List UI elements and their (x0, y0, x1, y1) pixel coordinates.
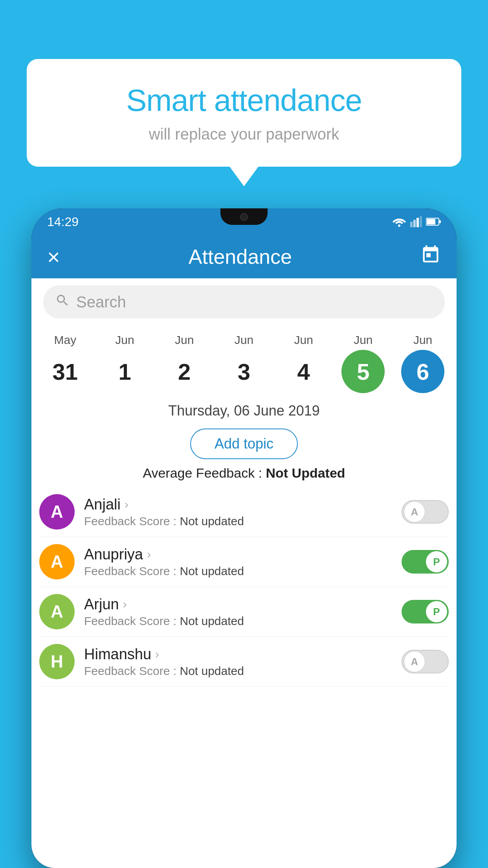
calendar-month-label: Jun (175, 333, 194, 347)
calendar-day[interactable]: Jun4 (278, 333, 329, 393)
search-bar-container: Search (31, 278, 457, 326)
calendar-month-label: May (54, 333, 77, 347)
attendance-toggle[interactable]: A (402, 500, 449, 524)
student-avatar: A (39, 544, 75, 579)
attendance-toggle-container: A (402, 650, 449, 673)
calendar-date-number: 1 (103, 350, 147, 393)
calendar-date-number: 6 (401, 350, 444, 393)
search-bar[interactable]: Search (43, 285, 445, 318)
toggle-knob: A (404, 651, 425, 672)
calendar-month-label: Jun (294, 333, 313, 347)
calendar-date-number: 5 (341, 350, 385, 393)
front-camera (240, 213, 248, 221)
calendar-day[interactable]: Jun5 (338, 333, 389, 393)
svg-rect-7 (439, 220, 441, 223)
student-item[interactable]: AAnjali ›Feedback Score : Not updatedA (39, 487, 449, 537)
app-bar-title: Attendance (60, 245, 420, 268)
toggle-knob: A (404, 501, 425, 522)
toggle-knob: P (426, 551, 447, 572)
student-item[interactable]: HHimanshu ›Feedback Score : Not updatedA (39, 637, 449, 687)
search-placeholder: Search (76, 293, 126, 311)
student-name: Anjali › (84, 496, 402, 513)
student-name: Anupriya › (84, 546, 402, 563)
attendance-toggle-container: P (402, 550, 449, 574)
attendance-toggle[interactable]: A (402, 650, 449, 673)
feedback-value: Not updated (180, 614, 244, 627)
svg-rect-1 (410, 222, 413, 227)
calendar-month-label: Jun (354, 333, 372, 347)
calendar-day[interactable]: Jun1 (99, 333, 150, 393)
chevron-right-icon: › (147, 548, 151, 561)
student-item[interactable]: AArjun ›Feedback Score : Not updatedP (39, 587, 449, 637)
calendar-day[interactable]: May31 (40, 333, 91, 393)
calendar-icon (420, 245, 441, 265)
calendar-row: May31Jun1Jun2Jun3Jun4Jun5Jun6 (31, 326, 457, 393)
phone-notch (220, 208, 268, 225)
student-avatar: A (39, 494, 75, 530)
phone-screen: Search May31Jun1Jun2Jun3Jun4Jun5Jun6 Thu… (31, 278, 457, 868)
svg-rect-2 (413, 220, 416, 227)
calendar-button[interactable] (420, 245, 441, 269)
calendar-day[interactable]: Jun2 (159, 333, 210, 393)
speech-bubble: Smart attendance will replace your paper… (27, 59, 461, 167)
wifi-icon (392, 216, 406, 227)
feedback-value: Not updated (180, 664, 244, 677)
svg-rect-6 (427, 219, 435, 224)
attendance-toggle[interactable]: P (402, 600, 449, 623)
status-icons (392, 216, 441, 227)
student-info: Himanshu ›Feedback Score : Not updated (75, 646, 402, 678)
attendance-toggle[interactable]: P (402, 550, 449, 574)
search-icon (55, 293, 70, 311)
speech-bubble-title: Smart attendance (58, 83, 430, 118)
feedback-value: Not updated (180, 565, 244, 577)
status-time: 14:29 (47, 215, 79, 229)
calendar-month-label: Jun (235, 333, 253, 347)
student-feedback: Feedback Score : Not updated (84, 664, 402, 678)
student-info: Anjali ›Feedback Score : Not updated (75, 496, 402, 528)
calendar-date-number: 4 (282, 350, 325, 393)
signal-icon (410, 216, 422, 227)
student-name: Arjun › (84, 596, 402, 613)
student-feedback: Feedback Score : Not updated (84, 515, 402, 528)
app-bar: × Attendance (31, 235, 457, 278)
selected-date-display: Thursday, 06 June 2019 (31, 393, 457, 425)
svg-rect-4 (420, 216, 422, 227)
calendar-date-number: 2 (163, 350, 206, 393)
chevron-right-icon: › (123, 598, 127, 611)
phone-frame: 14:29 × Attendance (31, 208, 457, 868)
chevron-right-icon: › (125, 498, 128, 511)
student-info: Anupriya ›Feedback Score : Not updated (75, 546, 402, 578)
student-item[interactable]: AAnupriya ›Feedback Score : Not updatedP (39, 537, 449, 587)
calendar-day[interactable]: Jun6 (397, 333, 448, 393)
student-info: Arjun ›Feedback Score : Not updated (75, 596, 402, 628)
avg-feedback-value: Not Updated (266, 465, 345, 480)
attendance-toggle-container: P (402, 600, 449, 623)
feedback-value: Not updated (180, 515, 244, 528)
calendar-day[interactable]: Jun3 (218, 333, 270, 393)
average-feedback: Average Feedback : Not Updated (31, 465, 457, 487)
svg-rect-3 (416, 218, 419, 227)
status-bar: 14:29 (31, 208, 457, 235)
add-topic-container: Add topic (31, 425, 457, 465)
speech-bubble-subtitle: will replace your paperwork (58, 125, 430, 143)
student-list: AAnjali ›Feedback Score : Not updatedAAA… (31, 487, 457, 687)
battery-icon (426, 217, 441, 226)
close-button[interactable]: × (47, 244, 60, 270)
attendance-toggle-container: A (402, 500, 449, 524)
student-name: Himanshu › (84, 646, 402, 663)
calendar-date-number: 31 (44, 350, 87, 393)
add-topic-button[interactable]: Add topic (190, 428, 298, 459)
avg-feedback-label: Average Feedback : (143, 465, 266, 480)
chevron-right-icon: › (155, 647, 159, 661)
speech-bubble-container: Smart attendance will replace your paper… (27, 59, 461, 167)
student-avatar: A (39, 594, 75, 629)
calendar-month-label: Jun (115, 333, 134, 347)
student-avatar: H (39, 644, 75, 679)
calendar-date-number: 3 (222, 350, 266, 393)
student-feedback: Feedback Score : Not updated (84, 614, 402, 628)
student-feedback: Feedback Score : Not updated (84, 565, 402, 578)
calendar-month-label: Jun (413, 333, 432, 347)
svg-point-0 (398, 224, 400, 227)
toggle-knob: P (426, 601, 447, 622)
